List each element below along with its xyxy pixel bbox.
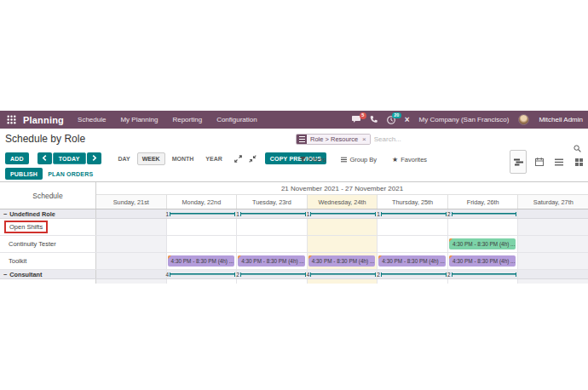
day-header: Tuesday, 23rd [237, 195, 308, 209]
gantt-cell[interactable]: 4:30 PM - 8:30 PM (4h) ... [448, 253, 519, 269]
aggregate-count: 4 [166, 272, 170, 278]
facet-remove-icon[interactable]: × [361, 135, 370, 144]
aggregate-line [310, 212, 376, 216]
group-name: Consultant [9, 271, 42, 278]
company-switcher[interactable]: My Company (San Francisco) [419, 116, 510, 123]
filters-menu[interactable]: Filters [300, 156, 326, 163]
activities-clock-icon[interactable]: 20 [387, 116, 395, 124]
gantt-cell[interactable] [167, 236, 238, 252]
app-title[interactable]: Planning [23, 115, 64, 125]
search-input[interactable] [374, 135, 583, 143]
calendar-view-icon[interactable] [533, 155, 546, 169]
gantt-cell: 4 [308, 270, 378, 278]
app-menu: Schedule My Planning Reporting Configura… [78, 116, 257, 123]
scale-month[interactable]: MONTH [167, 152, 199, 165]
collapse-icon[interactable]: − [3, 210, 7, 218]
scale-week[interactable]: WEEK [137, 152, 165, 165]
gantt-cell[interactable]: 4:30 PM - 8:30 PM (4h) ... [237, 253, 308, 269]
gantt-cell [518, 279, 588, 284]
gantt-row: Toolkit4:30 PM - 8:30 PM (4h) ...4:30 PM… [0, 253, 588, 270]
aggregate-line [452, 272, 517, 277]
gantt-group-row: −Undefined Role11112 [0, 209, 588, 219]
gantt-header: Schedule 21 November 2021 - 27 November … [0, 182, 588, 209]
gantt-days-row: Sunday, 21stMonday, 22ndTuesday, 23rdWed… [96, 195, 588, 209]
gantt-cell[interactable] [378, 236, 448, 252]
gantt-cell[interactable] [308, 219, 378, 235]
gantt-cell [378, 279, 448, 284]
aggregate-line [381, 272, 447, 277]
expand-rows-icon[interactable] [234, 151, 242, 166]
row-cells [96, 219, 588, 235]
phone-icon[interactable] [370, 116, 378, 123]
aggregate-line [381, 212, 447, 216]
shift-pill[interactable]: 4:30 PM - 8:30 PM (4h) ... [308, 255, 376, 267]
gantt-cell[interactable]: 4:30 PM - 8:30 PM (4h) ... [448, 236, 519, 252]
view-switcher [510, 150, 585, 174]
gantt-cell[interactable]: 4:30 PM - 8:30 PM (4h) ... [167, 253, 238, 269]
user-avatar[interactable] [518, 114, 529, 125]
aggregate-line [170, 272, 235, 277]
gantt-cell[interactable]: 4:30 PM - 8:30 PM (4h) ... [308, 253, 378, 269]
gantt-cell[interactable] [96, 219, 167, 235]
gantt-view-icon[interactable] [510, 150, 527, 174]
add-button[interactable]: ADD [5, 152, 29, 164]
gantt-cell[interactable] [167, 219, 238, 235]
gantt-cell[interactable] [308, 236, 378, 252]
scale-day[interactable]: DAY [113, 152, 135, 165]
gantt-cell[interactable] [96, 236, 167, 252]
search-facet: Role > Resource × [296, 134, 371, 145]
aggregate-bar: 4 [167, 270, 237, 278]
day-header: Thursday, 25th [378, 195, 448, 209]
user-name[interactable]: Mitchell Admin [539, 116, 583, 123]
shift-pill[interactable]: 4:30 PM - 8:30 PM (4h) ... [449, 255, 516, 267]
gantt-corner-header: Schedule [0, 182, 96, 209]
shift-pill[interactable]: 4:30 PM - 8:30 PM (4h) ... [378, 255, 446, 267]
gantt-cell[interactable] [96, 253, 167, 269]
gantt-cell[interactable] [237, 236, 308, 252]
plan-orders-button[interactable]: PLAN ORDERS [43, 168, 98, 180]
gantt-cell[interactable] [237, 219, 308, 235]
row-label: Continuity Tester [0, 236, 96, 252]
collapse-icon[interactable]: − [3, 271, 7, 278]
gantt-cell [518, 209, 588, 218]
aggregate-count: 2 [447, 211, 451, 217]
kanban-view-icon[interactable] [572, 155, 585, 169]
x-systray-icon[interactable]: × [405, 116, 410, 124]
today-button[interactable]: TODAY [53, 152, 86, 164]
next-arrow-button[interactable] [87, 152, 101, 164]
gantt-cell[interactable] [518, 236, 588, 252]
group-cells: 42422 [96, 270, 588, 278]
shift-pill[interactable]: 4:30 PM - 8:30 PM (4h) ... [238, 255, 305, 267]
gantt-row: Open Shifts [0, 219, 588, 236]
gantt-cell[interactable] [448, 219, 519, 235]
scale-year[interactable]: YEAR [200, 152, 227, 165]
gantt-cell[interactable]: 4:30 PM - 8:30 PM (4h) ... [378, 253, 448, 269]
shift-pill[interactable]: 4:30 PM - 8:30 PM (4h) ... [449, 238, 516, 249]
group-by-menu[interactable]: Group By [341, 156, 377, 163]
screenshot-canvas: Planning Schedule My Planning Reporting … [0, 0, 588, 390]
group-by-facet-icon [297, 135, 307, 144]
messages-badge: 5 [360, 112, 366, 119]
aggregate-count: 1 [236, 211, 239, 217]
menu-schedule[interactable]: Schedule [78, 116, 106, 123]
prev-arrow-button[interactable] [37, 152, 52, 164]
shift-pill[interactable]: 4:30 PM - 8:30 PM (4h) ... [168, 255, 235, 267]
group-row-label[interactable]: −Consultant [0, 270, 96, 278]
gantt-cell[interactable] [518, 253, 588, 269]
menu-my-planning[interactable]: My Planning [120, 116, 158, 123]
row-cells [96, 279, 588, 284]
messages-icon[interactable]: 5 [352, 116, 360, 123]
collapse-rows-icon[interactable] [249, 151, 257, 166]
gantt-cell: 1 [308, 209, 378, 218]
menu-reporting[interactable]: Reporting [172, 116, 202, 123]
gantt-grid: Schedule 21 November 2021 - 27 November … [0, 181, 588, 284]
list-view-icon[interactable] [552, 155, 566, 169]
favorites-menu[interactable]: ★ Favorites [392, 156, 427, 163]
menu-configuration[interactable]: Configuration [216, 116, 257, 123]
apps-grid-icon[interactable] [7, 115, 16, 124]
gantt-cell [237, 279, 308, 284]
gantt-cell[interactable] [518, 219, 588, 235]
group-row-label[interactable]: −Undefined Role [0, 209, 96, 218]
publish-button[interactable]: PUBLISH [5, 168, 43, 180]
gantt-cell[interactable] [378, 219, 448, 235]
